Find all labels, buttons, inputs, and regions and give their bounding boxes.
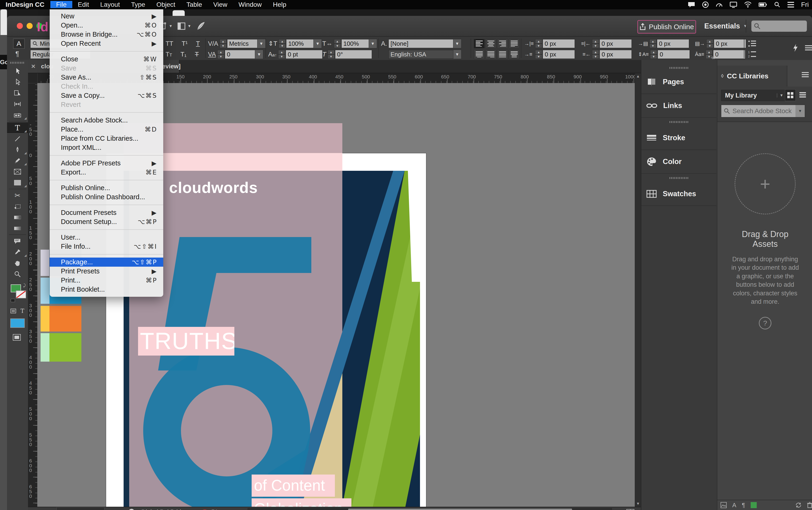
hand-tool[interactable] (7, 258, 28, 268)
file-menu-item[interactable]: Save a Copy...⌥⌘S (50, 91, 163, 100)
pen-tool[interactable]: ◢ (7, 144, 28, 155)
file-menu-item[interactable]: Export...⌘E (50, 168, 163, 177)
superscript-icon[interactable]: T¹ (182, 40, 187, 47)
menu-Object[interactable]: Object (151, 1, 181, 8)
file-menu-item[interactable]: Check In... (50, 82, 163, 91)
rectangle-tool[interactable]: ◢ (7, 177, 28, 188)
justify-left-button[interactable] (509, 39, 519, 48)
direct-selection-tool[interactable] (7, 77, 28, 87)
dock-drag-handle-2[interactable] (669, 121, 688, 123)
hscroll-right-icon[interactable]: ▶ (615, 507, 620, 510)
first-page-button[interactable]: |◀ (33, 507, 38, 510)
left-indent-value[interactable]: 0 px (543, 39, 575, 48)
preflight-icon[interactable] (128, 507, 136, 510)
library-select[interactable]: My Library ▼ (721, 90, 786, 101)
file-menu-item[interactable]: Package...⌥⇧⌘P (50, 258, 163, 267)
kerning-dropdown[interactable]: ▼ (258, 39, 266, 48)
collapse-dock-icon[interactable]: « (711, 54, 715, 61)
space-before-stepper[interactable]: ▲▼ (650, 39, 657, 48)
menu-Layout[interactable]: Layout (95, 1, 125, 8)
list-view-button[interactable] (798, 89, 808, 101)
workspace-switcher[interactable]: Essentials▼ (704, 20, 747, 32)
type-tool[interactable]: T◢ (7, 122, 28, 133)
space-after-value[interactable]: 0 px (714, 39, 746, 48)
file-menu-item[interactable]: Document Setup...⌥⌘P (50, 217, 163, 226)
formatting-affects-toggle[interactable]: T (10, 308, 24, 314)
drag-drop-assets-zone[interactable]: + Drag & Drop Assets Drag and drop anyth… (730, 153, 800, 330)
justify-center-button[interactable] (474, 50, 485, 59)
stock-search-field[interactable]: Search Adobe Stock ▼ (721, 105, 805, 117)
file-menu-item[interactable]: Place...⌘D (50, 125, 163, 134)
file-menu-item[interactable]: Document Presets▶ (50, 208, 163, 217)
messages-icon[interactable] (688, 1, 695, 8)
language-dropdown[interactable]: ▼ (453, 50, 461, 59)
creative-cloud-icon[interactable] (702, 1, 709, 8)
vertical-scrollbar[interactable]: ▲ ▼ (635, 73, 641, 507)
close-window-button[interactable] (17, 23, 23, 29)
skew-stepper[interactable]: ▲▼ (328, 50, 335, 59)
arrange-documents-button[interactable] (196, 21, 206, 31)
selection-tool[interactable] (7, 65, 28, 77)
frame-tool[interactable] (7, 166, 28, 177)
page-tool[interactable] (7, 87, 28, 98)
file-menu-item[interactable]: Save⌘S (50, 64, 163, 73)
content-collector-tool[interactable]: ◢ (7, 109, 28, 120)
swap-fill-stroke-icon[interactable]: ⤸ (23, 283, 26, 288)
menu-Help[interactable]: Help (267, 1, 292, 8)
align-center-button[interactable] (485, 39, 496, 48)
panel-button-color[interactable]: Color (641, 150, 716, 174)
drop-cap-lines-value[interactable]: 0 (658, 50, 690, 59)
file-menu-item[interactable] (50, 180, 163, 180)
dock-drag-handle-3[interactable] (669, 177, 688, 179)
zoom-tool[interactable] (7, 268, 28, 280)
file-menu-item[interactable]: Revert (50, 100, 163, 109)
last-line-indent-stepper[interactable]: ▲▼ (592, 50, 599, 59)
align-right-button[interactable] (497, 39, 508, 48)
hscroll-left-icon[interactable]: ◀ (241, 507, 245, 510)
last-page-button[interactable]: ▶| (115, 507, 120, 510)
subscript-icon[interactable]: T₁ (180, 51, 186, 58)
add-paragraph-style-icon[interactable]: ¶ (742, 502, 745, 509)
preflight-profile-dropdown[interactable]: Digital Publishing▼ (141, 507, 198, 510)
tracking-value[interactable]: 0 (225, 50, 255, 59)
add-color-icon[interactable] (751, 502, 757, 508)
file-menu-item[interactable]: Search Adobe Stock... (50, 116, 163, 125)
page-number-field[interactable]: 1▼ (56, 507, 104, 510)
vscale-dropdown[interactable]: ▼ (314, 39, 322, 48)
spotlight-icon[interactable] (774, 1, 781, 8)
screen-mode-tool[interactable] (12, 333, 22, 342)
character-formatting-toggle[interactable]: A (13, 39, 24, 48)
tools-drag-handle[interactable] (10, 62, 25, 64)
grid-view-button[interactable] (785, 89, 796, 101)
space-before-value[interactable]: 0 px (657, 39, 689, 48)
app-menu-title[interactable]: InDesign CC (6, 1, 44, 8)
menu-Type[interactable]: Type (125, 1, 151, 8)
panel-button-links[interactable]: Links (641, 94, 716, 118)
horizontal-scrollbar[interactable] (248, 508, 612, 510)
panel-button-pages[interactable]: Pages (641, 70, 716, 94)
hscale-dropdown[interactable]: ▼ (369, 39, 377, 48)
menu-View[interactable]: View (208, 1, 233, 8)
file-menu-item[interactable]: Open...⌘O (50, 21, 163, 30)
poster-frame[interactable]: cloudwords TRUTHS of Content Globalizati… (124, 123, 420, 507)
file-menu-item[interactable]: File Info...⌥⇧⌘I (50, 242, 163, 251)
eyedropper-tool[interactable]: ◢ (7, 247, 28, 258)
search-scope-dropdown[interactable]: ▼ (795, 105, 805, 117)
drop-cap-chars-value[interactable]: 0 (713, 50, 745, 59)
app-search-field[interactable] (751, 21, 807, 32)
file-menu-item[interactable] (50, 112, 163, 113)
character-style-dropdown[interactable]: ▼ (453, 39, 461, 48)
cc-libraries-tab[interactable]: ◊ CC Libraries (717, 65, 787, 87)
free-transform-tool[interactable] (7, 201, 28, 212)
justify-all-button[interactable] (497, 50, 508, 59)
file-menu-item[interactable]: New▶ (50, 12, 163, 21)
file-menu-item[interactable] (50, 51, 163, 52)
vertical-ruler[interactable]: -500501001502002503003504004505005506006… (28, 83, 37, 507)
file-menu-item[interactable]: Print Booklet... (50, 285, 163, 294)
hscale-value[interactable]: 100% (341, 39, 369, 48)
file-menu-item[interactable]: Print Presets▶ (50, 267, 163, 276)
all-caps-icon[interactable]: TT (166, 40, 173, 47)
file-menu-item[interactable]: User... (50, 233, 163, 242)
horizontal-scroll-thumb[interactable] (348, 509, 572, 510)
first-line-indent-value[interactable]: 0 px (543, 50, 575, 59)
